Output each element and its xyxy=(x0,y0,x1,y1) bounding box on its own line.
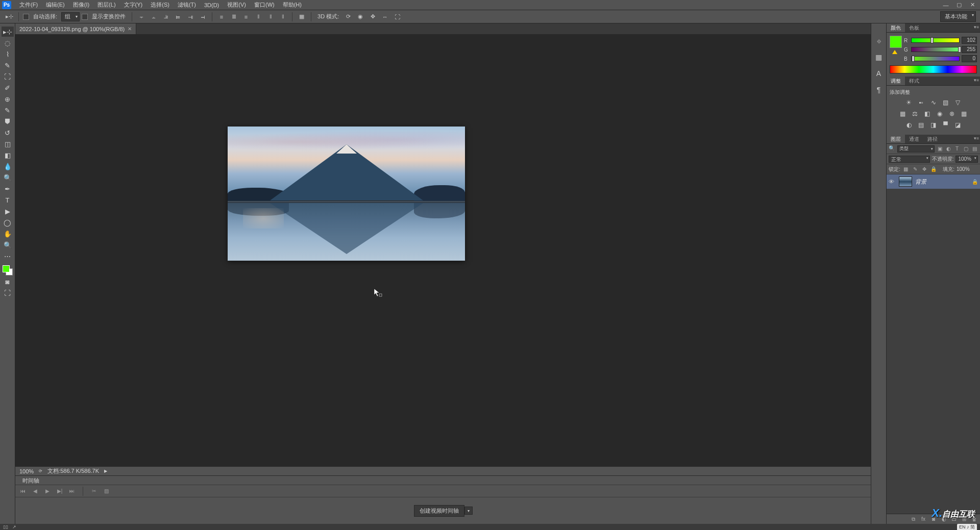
menu-image[interactable]: 图像(I) xyxy=(69,0,93,10)
canvas[interactable] xyxy=(15,35,871,466)
color-preview-swatch[interactable] xyxy=(890,36,902,48)
threshold-icon[interactable]: ◨ xyxy=(929,120,938,130)
create-video-timeline-button[interactable]: 创建视频时间轴 xyxy=(414,505,464,517)
auto-align-icon[interactable]: ▦ xyxy=(297,12,307,22)
hand-tool[interactable]: ✋ xyxy=(2,229,14,239)
tab-layers[interactable]: 图层 xyxy=(887,135,905,143)
layer-lock-icon[interactable]: 🔒 xyxy=(972,179,978,185)
doc-info-flyout-icon[interactable]: ▶ xyxy=(104,469,107,473)
distribute-bottom-icon[interactable]: ≡ xyxy=(241,12,251,22)
menu-type[interactable]: 文字(Y) xyxy=(120,0,147,10)
brush-tool[interactable]: ✎ xyxy=(2,105,14,115)
doc-info[interactable]: 文档:586.7 K/586.7K xyxy=(47,467,99,475)
lock-transparency-icon[interactable]: ▦ xyxy=(902,166,910,173)
color-lookup-icon[interactable]: ▦ xyxy=(960,109,969,118)
timeline-last-frame-icon[interactable]: ⏭ xyxy=(68,488,76,495)
tab-styles[interactable]: 样式 xyxy=(905,77,923,85)
levels-icon[interactable]: ▪▫ xyxy=(917,98,926,107)
gamut-warning-icon[interactable] xyxy=(892,50,897,54)
panel-menu-icon[interactable]: ▾≡ xyxy=(974,78,979,83)
filter-smart-icon[interactable]: ▤ xyxy=(971,145,978,153)
zoom-flyout-icon[interactable]: ⟳ xyxy=(39,469,42,473)
posterize-icon[interactable]: ▤ xyxy=(917,120,926,130)
filter-pixel-icon[interactable]: ▣ xyxy=(936,145,943,153)
timeline-transition-icon[interactable]: ▨ xyxy=(103,488,110,495)
brightness-icon[interactable]: ☀ xyxy=(904,98,914,107)
blend-mode-dropdown[interactable]: 正常 xyxy=(889,156,930,163)
align-vcenter-icon[interactable]: ⫠ xyxy=(149,12,159,22)
close-button[interactable]: ✕ xyxy=(967,1,978,9)
properties-panel-icon[interactable]: ▦ xyxy=(874,52,884,62)
zoom-tool[interactable]: 🔍 xyxy=(2,240,14,250)
distribute-top-icon[interactable]: ≡ xyxy=(216,12,227,22)
layer-row-background[interactable]: 👁 背景 🔒 xyxy=(887,174,980,189)
move-tool-indicator-icon[interactable]: ▸⊹ xyxy=(4,12,14,22)
zoom-level[interactable]: 100% xyxy=(19,468,34,474)
tab-channels[interactable]: 通道 xyxy=(905,135,923,143)
filter-type-dropdown[interactable]: 类型 xyxy=(897,145,935,153)
color-ramp[interactable] xyxy=(890,65,977,73)
align-left-icon[interactable]: ⫢ xyxy=(173,12,183,22)
align-bottom-icon[interactable]: ⫡ xyxy=(161,12,171,22)
menu-file[interactable]: 文件(F) xyxy=(15,0,42,10)
lock-pixels-icon[interactable]: ✎ xyxy=(912,166,919,173)
workspace-switcher[interactable]: 基本功能 xyxy=(940,11,976,22)
close-tab-icon[interactable]: ✕ xyxy=(128,26,132,32)
move-tool[interactable]: ▸⊹ xyxy=(2,27,14,37)
tab-adjustments[interactable]: 调整 xyxy=(887,77,905,85)
timeline-next-frame-icon[interactable]: ▶| xyxy=(56,488,63,495)
path-select-tool[interactable]: ▶ xyxy=(2,206,14,216)
distribute-vcenter-icon[interactable]: ≣ xyxy=(229,12,239,22)
distribute-left-icon[interactable]: ⦀ xyxy=(253,12,263,22)
quick-select-tool[interactable]: ✎ xyxy=(2,60,14,70)
selective-color-icon[interactable]: ◪ xyxy=(953,120,963,130)
minimize-button[interactable]: — xyxy=(940,1,951,9)
panel-menu-icon[interactable]: ▾≡ xyxy=(974,24,979,30)
character-panel-icon[interactable]: A xyxy=(874,68,884,79)
gradient-map-icon[interactable]: ▀ xyxy=(941,120,950,130)
layer-thumbnail[interactable] xyxy=(899,176,912,187)
menu-select[interactable]: 选择(S) xyxy=(146,0,174,10)
exposure-icon[interactable]: ▧ xyxy=(941,98,950,107)
healing-brush-tool[interactable]: ⊕ xyxy=(2,94,14,104)
3d-scale-icon[interactable]: ⛶ xyxy=(392,12,402,22)
menu-view[interactable]: 视图(V) xyxy=(223,0,250,10)
lock-all-icon[interactable]: 🔒 xyxy=(930,166,937,173)
history-brush-tool[interactable]: ↺ xyxy=(2,128,14,138)
timeline-type-dropdown[interactable]: ▾ xyxy=(464,507,473,515)
timeline-first-frame-icon[interactable]: ⏮ xyxy=(19,488,27,495)
blur-tool[interactable]: 💧 xyxy=(2,161,14,171)
lasso-tool[interactable]: ⌇ xyxy=(2,49,14,59)
panel-menu-icon[interactable]: ▾≡ xyxy=(974,136,979,141)
distribute-right-icon[interactable]: ⦀ xyxy=(278,12,288,22)
layer-fx-icon[interactable]: fx xyxy=(920,516,927,523)
bw-icon[interactable]: ◧ xyxy=(923,109,932,118)
channel-mixer-icon[interactable]: ⊗ xyxy=(947,109,957,118)
type-tool[interactable]: T xyxy=(2,195,14,205)
hue-icon[interactable]: ▦ xyxy=(898,109,908,118)
show-transform-checkbox[interactable] xyxy=(82,14,88,20)
tab-swatches[interactable]: 色板 xyxy=(905,23,923,32)
menu-filter[interactable]: 滤镜(T) xyxy=(174,0,200,10)
pen-tool[interactable]: ✒ xyxy=(2,184,14,194)
filter-type-icon[interactable]: T xyxy=(953,145,961,153)
g-slider[interactable] xyxy=(911,47,960,52)
edit-toolbar[interactable]: ⋯ xyxy=(2,251,14,261)
menu-help[interactable]: 帮助(H) xyxy=(279,0,306,10)
invert-icon[interactable]: ◐ xyxy=(904,120,914,130)
link-layers-icon[interactable]: ⧉ xyxy=(910,516,917,523)
menu-window[interactable]: 窗口(W) xyxy=(250,0,279,10)
filter-shape-icon[interactable]: ▢ xyxy=(962,145,969,153)
timeline-play-icon[interactable]: ▶ xyxy=(44,488,51,495)
auto-select-dropdown[interactable]: 组 xyxy=(61,12,80,21)
crop-tool[interactable]: ⛶ xyxy=(2,71,14,82)
color-swatches[interactable] xyxy=(3,265,13,275)
gradient-tool[interactable]: ◧ xyxy=(2,150,14,160)
menu-3d[interactable]: 3D(D) xyxy=(200,1,223,9)
lock-position-icon[interactable]: ✥ xyxy=(921,166,928,173)
document-tab[interactable]: 2022-10-04_093128.png @ 100%(RGB/8) ✕ xyxy=(15,23,136,34)
distribute-hcenter-icon[interactable]: ⦀ xyxy=(265,12,276,22)
history-panel-icon[interactable]: ⟐ xyxy=(874,36,884,46)
color-balance-icon[interactable]: ⚖ xyxy=(911,109,920,118)
timeline-prev-frame-icon[interactable]: ◀ xyxy=(32,488,39,495)
